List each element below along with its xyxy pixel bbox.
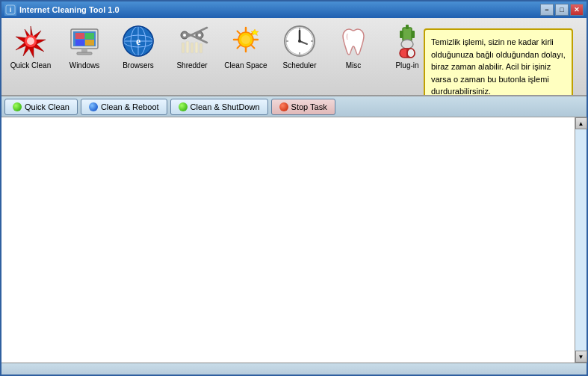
svg-rect-8 — [85, 33, 94, 39]
tooltip-box: Temizlik işlemi, sizin ne kadar kirli ol… — [424, 28, 573, 96]
plugin-icon — [389, 23, 425, 59]
svg-rect-52 — [406, 25, 409, 29]
scroll-up-button[interactable]: ▲ — [575, 117, 587, 129]
toolbar-item-scheduler[interactable]: Scheduler — [273, 19, 326, 74]
toolbar-label-clean-space: Clean Space — [224, 61, 267, 70]
quick-clean-dot — [13, 102, 22, 111]
clean-space-icon — [228, 23, 264, 59]
svg-line-39 — [238, 45, 241, 49]
app-icon: i — [4, 4, 16, 16]
svg-rect-30 — [199, 43, 202, 53]
svg-line-36 — [238, 31, 241, 35]
svg-point-23 — [198, 34, 201, 37]
titlebar: i Internet Cleaning Tool 1.0 − □ ✕ — [1, 1, 587, 18]
svg-rect-28 — [191, 43, 194, 53]
svg-point-4 — [27, 37, 34, 45]
content-main — [1, 117, 587, 363]
toolbar-label-plugin: Plug-in — [395, 61, 418, 70]
stop-task-dot — [279, 102, 288, 111]
svg-rect-53 — [400, 31, 403, 38]
toolbar-label-browsers: Browsers — [123, 61, 154, 70]
toolbar-item-browsers[interactable]: e Browsers — [112, 19, 164, 74]
scrollbar: ▲ ▼ — [575, 117, 587, 363]
svg-line-37 — [251, 45, 255, 49]
svg-point-41 — [241, 35, 250, 44]
quick-clean-button[interactable]: Quick Clean — [4, 99, 78, 115]
browsers-icon: e — [120, 23, 156, 59]
toolbar-label-quick-clean: Quick Clean — [10, 61, 51, 70]
scroll-down-button[interactable]: ▼ — [575, 351, 587, 363]
content-area: ▲ ▼ — [1, 117, 587, 363]
svg-rect-11 — [81, 49, 87, 52]
toolbar-label-misc: Misc — [346, 61, 362, 70]
window-title: Internet Cleaning Tool 1.0 — [19, 5, 120, 14]
scroll-track — [576, 129, 587, 351]
svg-point-46 — [298, 40, 301, 43]
svg-text:e: e — [136, 36, 140, 47]
restore-button[interactable]: □ — [555, 4, 569, 16]
clean-shutdown-label: Clean & ShutDown — [191, 102, 260, 111]
close-button[interactable]: ✕ — [570, 4, 584, 16]
toolbar-item-quick-clean[interactable]: Quick Clean — [4, 19, 57, 74]
svg-marker-40 — [251, 29, 259, 36]
clean-shutdown-button[interactable]: Clean & ShutDown — [170, 99, 268, 115]
svg-text:i: i — [10, 6, 12, 13]
misc-icon — [335, 23, 371, 59]
toolbar-item-misc[interactable]: Misc — [327, 19, 380, 74]
toolbar: Temizlik işlemi, sizin ne kadar kirli ol… — [1, 18, 587, 96]
shredder-icon — [174, 23, 210, 59]
toolbar-label-scheduler: Scheduler — [282, 61, 316, 70]
minimize-button[interactable]: − — [540, 4, 554, 16]
toolbar-label-shredder: Shredder — [176, 61, 207, 70]
toolbar-item-windows[interactable]: Windows — [58, 19, 111, 74]
toolbar-item-clean-space[interactable]: Clean Space — [220, 19, 272, 74]
app-window: i Internet Cleaning Tool 1.0 − □ ✕ Temiz… — [0, 0, 588, 376]
quick-clean-label: Quick Clean — [25, 102, 69, 111]
windows-icon — [66, 23, 102, 59]
titlebar-left: i Internet Cleaning Tool 1.0 — [4, 4, 120, 16]
svg-point-21 — [183, 34, 186, 37]
svg-rect-57 — [407, 49, 415, 58]
svg-rect-9 — [75, 40, 84, 46]
actionbar: Quick Clean Clean & Reboot Clean & ShutD… — [1, 96, 587, 117]
svg-point-55 — [401, 40, 413, 49]
svg-rect-10 — [85, 40, 94, 46]
toolbar-item-shredder[interactable]: Shredder — [166, 19, 218, 74]
svg-rect-26 — [182, 43, 185, 53]
statusbar — [1, 363, 587, 375]
clean-reboot-button[interactable]: Clean & Reboot — [81, 99, 167, 115]
titlebar-buttons: − □ ✕ — [540, 4, 584, 16]
stop-task-button[interactable]: Stop Task — [271, 99, 335, 115]
svg-rect-7 — [75, 33, 84, 39]
tooltip-text: Temizlik işlemi, sizin ne kadar kirli ol… — [431, 37, 566, 96]
svg-rect-12 — [77, 52, 92, 55]
toolbar-label-windows: Windows — [69, 61, 100, 70]
clean-reboot-label: Clean & Reboot — [101, 102, 159, 111]
clean-shutdown-dot — [179, 102, 188, 111]
scheduler-icon — [282, 23, 318, 59]
svg-rect-29 — [195, 42, 198, 53]
quick-clean-icon — [13, 23, 49, 59]
svg-rect-27 — [186, 41, 189, 53]
stop-task-label: Stop Task — [291, 102, 327, 111]
clean-reboot-dot — [89, 102, 98, 111]
svg-rect-54 — [412, 31, 415, 38]
